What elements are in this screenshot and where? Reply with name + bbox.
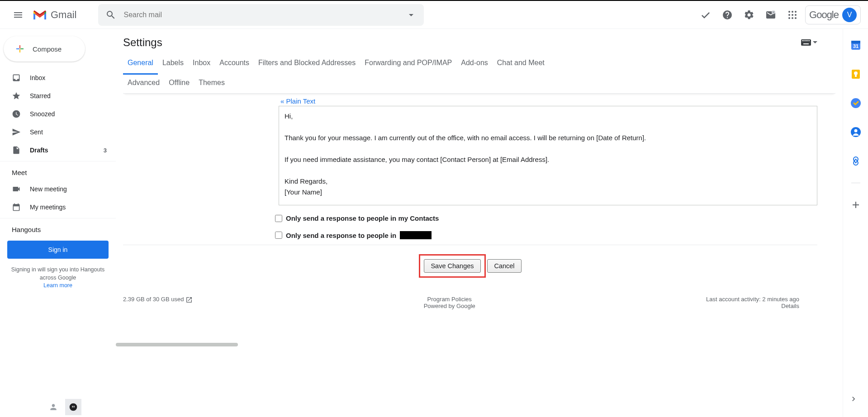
- app-name: Gmail: [51, 9, 76, 21]
- vacation-responder-editor[interactable]: Hi, Thank you for your message. I am cur…: [279, 106, 817, 205]
- sidebar: Compose Inbox Starred Snoozed Sent Draft…: [0, 29, 116, 417]
- tab-chat-meet[interactable]: Chat and Meet: [493, 54, 549, 74]
- storage-used: 2.39 GB of 30 GB used: [123, 296, 193, 303]
- nav-sent[interactable]: Sent: [0, 123, 112, 141]
- nav-drafts[interactable]: Drafts3: [0, 141, 112, 159]
- svg-rect-17: [809, 40, 810, 41]
- keep-app-icon[interactable]: [847, 65, 865, 83]
- svg-rect-16: [807, 40, 808, 41]
- tab-offline[interactable]: Offline: [164, 74, 194, 93]
- svg-rect-12: [802, 40, 803, 41]
- signin-note: Signing in will sign you into Hangouts a…: [0, 266, 116, 290]
- cancel-button[interactable]: Cancel: [487, 259, 521, 273]
- footer: 2.39 GB of 30 GB used Program Policies P…: [123, 278, 817, 309]
- hangouts-section-title: Hangouts: [0, 220, 116, 237]
- redacted-domain: [400, 231, 432, 239]
- svg-point-8: [792, 17, 793, 19]
- search-input[interactable]: [123, 11, 398, 19]
- svg-point-6: [795, 14, 797, 16]
- tab-forwarding[interactable]: Forwarding and POP/IMAP: [360, 54, 456, 74]
- svg-point-1: [788, 11, 790, 13]
- nav-inbox[interactable]: Inbox: [0, 69, 112, 87]
- contacts-only-checkbox-row[interactable]: Only send a response to people in my Con…: [275, 214, 817, 222]
- meet-section-title: Meet: [0, 163, 116, 180]
- compose-button[interactable]: Compose: [4, 36, 85, 62]
- tab-labels[interactable]: Labels: [158, 54, 188, 74]
- svg-rect-18: [803, 43, 809, 44]
- svg-rect-15: [806, 40, 807, 41]
- svg-rect-13: [803, 40, 804, 41]
- tab-inbox[interactable]: Inbox: [188, 54, 215, 74]
- plain-text-link[interactable]: « Plain Text: [123, 97, 817, 105]
- svg-point-5: [792, 14, 793, 16]
- tab-general[interactable]: General: [123, 54, 158, 75]
- google-account-switcher[interactable]: Google V: [805, 5, 861, 24]
- calendar-app-icon[interactable]: 31: [847, 36, 865, 54]
- svg-text:31: 31: [853, 43, 858, 49]
- main-menu-icon[interactable]: [7, 4, 29, 26]
- search-options-icon[interactable]: [406, 9, 417, 20]
- nav-starred[interactable]: Starred: [0, 87, 112, 105]
- contacts-only-checkbox[interactable]: [275, 215, 282, 222]
- learn-more-link[interactable]: Learn more: [43, 282, 72, 289]
- content-area: Settings General Labels Inbox Accounts F…: [116, 29, 843, 417]
- nav-snoozed[interactable]: Snoozed: [0, 105, 112, 123]
- svg-point-9: [795, 17, 797, 19]
- search-icon: [105, 9, 116, 20]
- tasks-extension-icon[interactable]: [697, 6, 715, 24]
- save-highlight-box: Save Changes: [419, 254, 485, 278]
- tab-addons[interactable]: Add-ons: [456, 54, 493, 74]
- svg-rect-24: [855, 75, 857, 77]
- collapse-panel-icon[interactable]: [844, 390, 863, 408]
- program-policies-link[interactable]: Program Policies: [427, 296, 472, 303]
- svg-point-23: [854, 71, 858, 75]
- svg-point-3: [795, 11, 797, 13]
- settings-title: Settings: [123, 36, 162, 49]
- horizontal-scrollbar[interactable]: [116, 343, 238, 346]
- settings-gear-icon[interactable]: [740, 6, 758, 24]
- authy-app-icon[interactable]: [847, 152, 865, 170]
- tab-themes[interactable]: Themes: [194, 74, 229, 93]
- nav-my-meetings[interactable]: My meetings: [0, 198, 112, 216]
- tab-advanced[interactable]: Advanced: [123, 74, 164, 93]
- settings-tabs: General Labels Inbox Accounts Filters an…: [123, 54, 835, 94]
- google-logo-text: Google: [809, 9, 839, 21]
- svg-point-10: [70, 403, 77, 411]
- svg-point-27: [854, 129, 857, 133]
- hangouts-chat-icon[interactable]: [65, 399, 81, 415]
- contacts-app-icon[interactable]: [847, 123, 865, 141]
- svg-point-2: [792, 11, 793, 13]
- side-panel: 31: [843, 29, 868, 417]
- support-icon[interactable]: [718, 6, 736, 24]
- mail-disabled-icon: [762, 6, 780, 24]
- add-app-icon[interactable]: [847, 196, 865, 214]
- account-activity: Last account activity: 2 minutes ago: [706, 296, 799, 303]
- save-changes-button[interactable]: Save Changes: [424, 259, 480, 273]
- tab-filters[interactable]: Filters and Blocked Addresses: [254, 54, 360, 74]
- hangouts-person-icon[interactable]: [45, 399, 62, 415]
- details-link[interactable]: Details: [781, 303, 799, 309]
- open-in-new-icon[interactable]: [184, 296, 193, 303]
- search-box[interactable]: [98, 4, 424, 26]
- nav-new-meeting[interactable]: New meeting: [0, 180, 112, 198]
- svg-point-4: [788, 14, 790, 16]
- domain-only-checkbox-row[interactable]: Only send a response to people in: [275, 231, 817, 239]
- tasks-app-icon[interactable]: [847, 94, 865, 112]
- tab-accounts[interactable]: Accounts: [215, 54, 254, 74]
- input-tools-toggle[interactable]: [801, 39, 817, 46]
- svg-point-7: [788, 17, 790, 19]
- apps-grid-icon[interactable]: [783, 6, 802, 24]
- powered-by-link[interactable]: Powered by Google: [424, 303, 475, 309]
- signin-button[interactable]: Sign in: [7, 241, 109, 259]
- gmail-logo[interactable]: Gmail: [33, 9, 76, 21]
- user-avatar[interactable]: V: [842, 8, 857, 22]
- domain-only-checkbox[interactable]: [275, 232, 282, 239]
- compose-label: Compose: [33, 45, 62, 53]
- svg-rect-14: [805, 40, 806, 41]
- top-bar: Gmail Google V: [0, 0, 868, 29]
